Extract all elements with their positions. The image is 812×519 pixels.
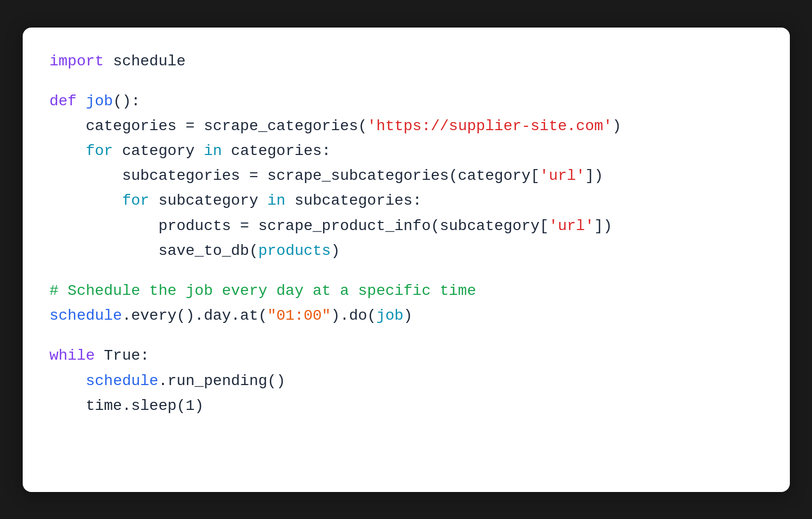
code-token: schedule xyxy=(86,373,158,389)
code-token xyxy=(77,93,86,110)
code-token: ) xyxy=(404,307,413,324)
code-token: def xyxy=(50,93,77,110)
code-token xyxy=(50,192,122,209)
code-container: import schedule def job(): categories = … xyxy=(23,28,790,492)
code-token: products xyxy=(258,242,331,259)
code-token: import xyxy=(50,53,104,70)
code-line: schedule.run_pending() xyxy=(50,369,763,394)
code-token: subcategories: xyxy=(285,192,421,209)
code-token: schedule xyxy=(50,307,122,324)
code-token: ) xyxy=(612,118,621,134)
code-token: products = scrape_product_info(subcatego… xyxy=(50,218,549,234)
code-line: time.sleep(1) xyxy=(50,394,763,419)
code-token: .run_pending() xyxy=(158,373,285,389)
code-token: subcategories = scrape_subcategories(cat… xyxy=(50,167,540,184)
code-line xyxy=(50,74,763,89)
code-token: schedule xyxy=(104,53,185,70)
code-token: 'url' xyxy=(549,218,594,234)
code-line: schedule.every().day.at("01:00").do(job) xyxy=(50,304,763,328)
code-line: categories = scrape_categories('https://… xyxy=(50,114,763,139)
code-token: save_to_db( xyxy=(50,242,258,259)
code-line: while True: xyxy=(50,343,763,368)
code-line: save_to_db(products) xyxy=(50,239,763,264)
code-line: for subcategory in subcategories: xyxy=(50,188,763,213)
code-line: def job(): xyxy=(50,89,763,114)
code-token: for xyxy=(86,143,113,159)
code-token: job xyxy=(376,307,403,324)
code-token: True: xyxy=(95,347,150,364)
code-token: time.sleep(1) xyxy=(50,397,204,414)
code-token: categories: xyxy=(222,143,331,159)
code-line: import schedule xyxy=(50,49,763,74)
code-block: import schedule def job(): categories = … xyxy=(50,49,763,419)
code-token xyxy=(50,373,86,389)
code-line xyxy=(50,328,763,343)
code-token: ]) xyxy=(585,167,603,184)
code-token: job xyxy=(86,93,113,110)
code-line: # Schedule the job every day at a specif… xyxy=(50,279,763,304)
code-token: subcategory xyxy=(149,192,267,209)
code-token xyxy=(50,143,86,159)
code-token: # Schedule the job every day at a specif… xyxy=(50,282,477,299)
code-token: category xyxy=(113,143,204,159)
code-token: categories = scrape_categories( xyxy=(50,118,367,134)
code-token: ).do( xyxy=(331,307,376,324)
code-token: ]) xyxy=(594,218,613,234)
code-token: ) xyxy=(331,242,340,259)
code-token: "01:00" xyxy=(267,307,331,324)
code-token: 'https://supplier-site.com' xyxy=(367,118,613,134)
code-token: in xyxy=(204,143,222,159)
code-token: 'url' xyxy=(540,167,585,184)
code-token: .every().day.at( xyxy=(122,307,267,324)
code-token: for xyxy=(122,192,149,209)
code-line: for category in categories: xyxy=(50,139,763,164)
code-line: subcategories = scrape_subcategories(cat… xyxy=(50,164,763,188)
code-line xyxy=(50,264,763,279)
code-token: while xyxy=(50,347,95,364)
code-token: in xyxy=(267,192,286,209)
code-token: (): xyxy=(113,93,140,110)
code-line: products = scrape_product_info(subcatego… xyxy=(50,214,763,239)
